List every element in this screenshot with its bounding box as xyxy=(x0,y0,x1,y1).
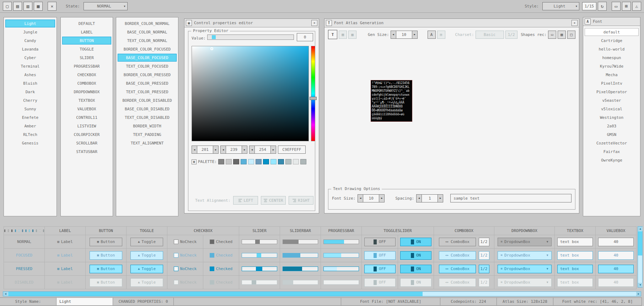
toggleslider-on-preview[interactable]: ON xyxy=(400,251,431,260)
charset-dropdown[interactable]: Basic xyxy=(476,31,504,39)
spinner-right-button[interactable]: ▶ xyxy=(438,194,443,202)
font-item[interactable]: Westington xyxy=(585,114,639,121)
style-item-rltech[interactable]: RLTech xyxy=(5,131,55,138)
font-item[interactable]: Mecha xyxy=(585,71,639,79)
valuebox-preview[interactable]: 40 xyxy=(598,265,634,273)
scrollbar-thumb[interactable] xyxy=(638,231,642,255)
style-item-terminal[interactable]: Terminal xyxy=(5,62,55,70)
font-item[interactable]: v5easter xyxy=(585,96,639,104)
control-item-default[interactable]: DEFAULT xyxy=(62,20,111,27)
control-item-control11[interactable]: CONTROL11 xyxy=(62,114,111,121)
property-item[interactable]: BASE_COLOR_NORMAL xyxy=(118,28,177,36)
toggleslider-on-preview[interactable]: ON xyxy=(400,265,431,273)
palette-swatch[interactable] xyxy=(256,159,262,164)
control-item-statusbar[interactable]: STATUSBAR xyxy=(62,148,111,155)
close-button[interactable]: × xyxy=(571,20,578,26)
button-preview[interactable]: ▣Button xyxy=(90,251,122,260)
atlas-mode-button[interactable]: ▦ xyxy=(339,31,347,39)
style-item-sunny[interactable]: Sunny xyxy=(5,105,55,113)
slider-preview[interactable] xyxy=(242,239,277,244)
checkbox-unchecked[interactable] xyxy=(174,239,178,244)
value-box[interactable]: 0 xyxy=(297,33,313,41)
property-item[interactable]: TEXT_COLOR_NORMAL xyxy=(118,37,177,44)
spinner-right-button[interactable]: ▶ xyxy=(270,146,276,154)
color-picker[interactable] xyxy=(192,46,309,141)
shapes-rec-button-2[interactable]: ▧ xyxy=(558,31,566,39)
font-item[interactable]: Cartridge xyxy=(585,37,639,44)
font-atlas-image[interactable]: !"#$%&'()*+,-./0123456 789:;<=>?@ABCDEFG… xyxy=(371,80,412,122)
style-item-enefete[interactable]: Enefete xyxy=(5,114,55,121)
palette-swatch[interactable] xyxy=(233,159,239,164)
style-item-genesis[interactable]: Genesis xyxy=(5,139,55,147)
charset-grid-button[interactable]: ⊞ xyxy=(437,31,445,39)
load-style-button[interactable]: ▤ xyxy=(13,2,22,11)
hex-value-box[interactable]: C9EFFEFF xyxy=(278,146,306,154)
checkbox-checked[interactable] xyxy=(210,239,214,244)
property-item[interactable]: TEXT_PADDING xyxy=(118,131,177,138)
control-item-progressbar[interactable]: PROGRESSBAR xyxy=(62,62,111,70)
property-item[interactable]: TEXT_ALIGNMENT xyxy=(118,139,177,147)
style-item-cherry[interactable]: Cherry xyxy=(5,96,55,104)
slider-knob[interactable] xyxy=(256,267,262,271)
palette-swatch[interactable] xyxy=(270,159,277,164)
red-value[interactable]: 201 xyxy=(197,146,213,154)
font-item[interactable]: Kyrou7Wide xyxy=(585,62,639,70)
style-item-candy[interactable]: Candy xyxy=(5,37,55,44)
sliderbar-preview[interactable] xyxy=(283,267,318,271)
shapes-rec-button-1[interactable]: ▭ xyxy=(548,31,556,39)
property-item[interactable]: TEXT_COLOR_FOCUSED xyxy=(118,62,177,70)
control-item-scrollbar[interactable]: SCROLLBAR xyxy=(62,139,111,147)
spinner-right-button[interactable]: ▶ xyxy=(242,146,247,154)
property-item-selected[interactable]: BASE_COLOR_FOCUSED xyxy=(118,54,177,62)
style-item-cyber[interactable]: Cyber xyxy=(5,54,55,62)
toggle-preview[interactable]: ▲Toggle xyxy=(130,265,163,273)
font-item[interactable]: v5loxical xyxy=(585,105,639,113)
value-slider[interactable] xyxy=(207,35,294,40)
window-titlebar[interactable]: ▣ Control properties editor × xyxy=(184,19,319,27)
style-item-dark[interactable]: Dark xyxy=(5,88,55,96)
state-dropdown[interactable]: NORMAL ▼ xyxy=(84,2,128,10)
combobox-index[interactable]: 1/2 xyxy=(479,265,489,273)
save-style-button[interactable]: ▥ xyxy=(23,2,32,11)
button-preview[interactable]: ▣Button xyxy=(90,238,122,246)
scroll-up-icon[interactable]: ▲ xyxy=(638,227,643,231)
align-left-button[interactable]: LEFT xyxy=(233,196,258,205)
style-name-input[interactable]: Light xyxy=(56,297,113,306)
slider-preview[interactable] xyxy=(242,267,277,271)
checkbox-checked[interactable] xyxy=(210,267,214,271)
dropdownbox-preview[interactable]: ≡DropdownBox▼ xyxy=(498,265,552,273)
value-slider-knob[interactable] xyxy=(212,35,216,39)
charset-text-button[interactable]: A xyxy=(428,31,436,39)
combobox-preview[interactable]: ◂▸ComboBox xyxy=(439,238,476,246)
control-item-label[interactable]: LABEL xyxy=(62,28,111,36)
valuebox-preview[interactable]: 40 xyxy=(598,238,634,246)
font-item[interactable]: GMSN xyxy=(585,131,639,138)
horizontal-scrollbar[interactable]: ◀ ▶ xyxy=(3,291,641,296)
property-item[interactable]: BASE_COLOR_PRESSED xyxy=(118,79,177,87)
style-item-jungle[interactable]: Jungle xyxy=(5,28,55,36)
palette-swatch[interactable] xyxy=(263,159,269,164)
new-style-button[interactable]: ▢ xyxy=(3,2,12,11)
font-item[interactable]: homespun xyxy=(585,54,639,62)
checkbox-unchecked[interactable] xyxy=(174,267,178,271)
control-item-button[interactable]: BUTTON xyxy=(62,37,111,44)
toggle-preview[interactable]: ▲Toggle xyxy=(130,238,163,246)
slider-preview[interactable] xyxy=(242,253,277,258)
gen-size-value[interactable]: 10 xyxy=(396,31,412,39)
font-item[interactable]: 2a03 xyxy=(585,122,639,130)
spacing-value[interactable]: 1 xyxy=(422,194,438,202)
scrollbar-thumb[interactable] xyxy=(8,292,423,296)
window-titlebar[interactable]: T Font Atlas Generation × xyxy=(324,19,579,27)
property-item[interactable]: BORDER_COLOR_NORMAL xyxy=(118,20,177,27)
dropdownbox-preview[interactable]: ≡DropdownBox▼ xyxy=(498,238,552,246)
style-item-light[interactable]: Light xyxy=(5,20,55,27)
style-item-amber[interactable]: Amber xyxy=(5,122,55,130)
control-item-listview[interactable]: LISTVIEW xyxy=(62,122,111,130)
style-table-button[interactable]: ⊞ xyxy=(622,2,631,11)
textbox-preview[interactable]: text box xyxy=(557,265,593,273)
font-item-default[interactable]: default xyxy=(585,28,639,36)
font-item[interactable]: CozetteVector xyxy=(585,139,639,147)
control-item-dropdownbox[interactable]: DROPDOWNBOX xyxy=(62,88,111,96)
green-value[interactable]: 239 xyxy=(226,146,242,154)
blue-value[interactable]: 254 xyxy=(255,146,270,154)
